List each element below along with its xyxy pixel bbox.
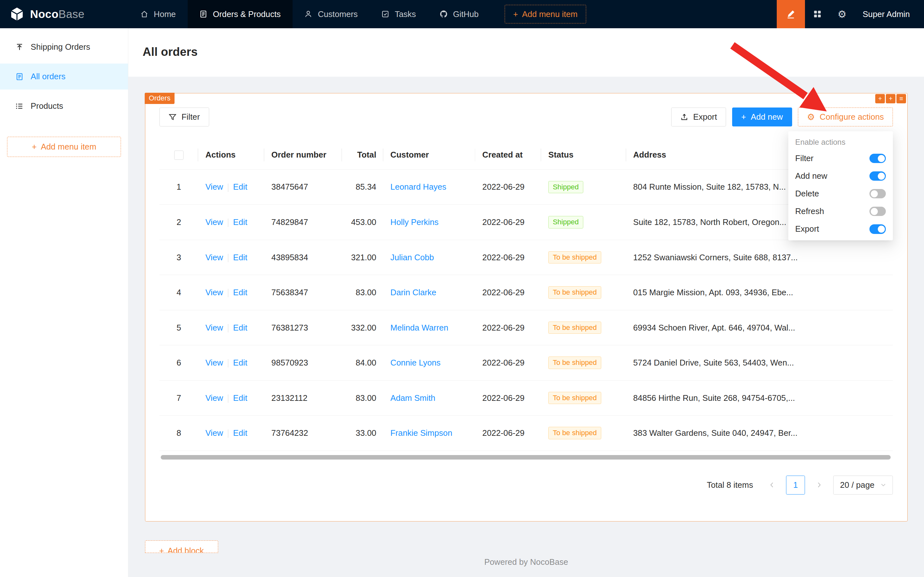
customer-cell: Darin Clarke (383, 275, 475, 310)
view-link[interactable]: View (205, 218, 223, 227)
sidebar-item-products[interactable]: Products (0, 93, 128, 119)
enable-action-label: Export (795, 224, 819, 234)
total-cell: 83.00 (342, 275, 383, 310)
filter-button[interactable]: Filter (159, 108, 209, 126)
scrollbar-thumb[interactable] (161, 455, 891, 460)
view-link[interactable]: View (205, 288, 223, 297)
edit-link[interactable]: Edit (233, 253, 247, 262)
view-link[interactable]: View (205, 358, 223, 367)
customer-link[interactable]: Julian Cobb (390, 253, 434, 262)
table-row-8: 8ViewEdit7376423233.00Frankie Simpson202… (159, 416, 893, 451)
status-badge: To be shipped (548, 356, 601, 369)
edit-link[interactable]: Edit (233, 218, 247, 227)
status-badge: Shipped (548, 216, 583, 229)
filter-button-label: Filter (182, 112, 200, 122)
nav-item-label: Customers (318, 10, 358, 19)
nav-item-label: GitHub (453, 10, 479, 19)
enable-action-item-delete[interactable]: Delete (788, 185, 893, 203)
add-new-button[interactable]: + Add new (732, 108, 792, 126)
customer-link[interactable]: Connie Lyons (390, 358, 441, 367)
created-at-cell: 2022-06-29 (475, 275, 541, 310)
status-cell: To be shipped (541, 380, 626, 416)
next-page-button[interactable] (810, 475, 829, 495)
enable-action-item-add-new[interactable]: Add new (788, 167, 893, 185)
created-at-cell: 2022-06-29 (475, 169, 541, 205)
edit-link[interactable]: Edit (233, 358, 247, 367)
table-row-7: 7ViewEdit2313211283.00Adam Smith2022-06-… (159, 380, 893, 416)
status-cell: To be shipped (541, 416, 626, 451)
total-cell: 453.00 (342, 205, 383, 240)
edit-link[interactable]: Edit (233, 323, 247, 332)
view-link[interactable]: View (205, 253, 223, 262)
page-size-select[interactable]: 20 / page (833, 475, 893, 495)
chevron-right-icon (816, 481, 823, 488)
view-link[interactable]: View (205, 429, 223, 437)
add-new-toggle-switch[interactable] (869, 171, 886, 181)
gear-icon: ⚙ (807, 113, 815, 122)
edit-link[interactable]: Edit (233, 182, 247, 191)
customer-link[interactable]: Frankie Simpson (390, 429, 452, 437)
nav-item-home[interactable]: Home (128, 0, 187, 28)
block-add-icon[interactable]: + (875, 94, 885, 103)
nav-item-label: Tasks (395, 10, 416, 19)
address-cell: 5724 Daniel Drive, Suite 563, 54403, Wen… (626, 345, 893, 380)
nav-item-customers[interactable]: Customers (293, 0, 370, 28)
status-badge: To be shipped (548, 392, 601, 405)
export-toggle-switch[interactable] (869, 224, 886, 234)
column-header-created-at: Created at (475, 140, 541, 169)
enable-action-item-export[interactable]: Export (788, 220, 893, 238)
configure-actions-button[interactable]: ⚙ Configure actions (798, 108, 893, 126)
nav-item-tasks[interactable]: Tasks (370, 0, 428, 28)
brand-logo[interactable]: NocoBase (0, 6, 128, 22)
sidebar-menu: Shipping OrdersAll ordersProducts (0, 34, 128, 119)
plugin-manager-button[interactable] (805, 0, 830, 28)
ui-editor-toggle-button[interactable] (777, 0, 805, 28)
block-initializer-icon[interactable]: + (886, 94, 895, 103)
plus-icon: + (741, 112, 746, 122)
customer-cell: Connie Lyons (383, 345, 475, 380)
select-all-checkbox[interactable] (174, 150, 184, 160)
enable-action-item-refresh[interactable]: Refresh (788, 203, 893, 220)
column-header-total: Total (342, 140, 383, 169)
edit-link[interactable]: Edit (233, 429, 247, 437)
page-number-button[interactable]: 1 (786, 475, 805, 495)
view-link[interactable]: View (205, 393, 223, 403)
nav-item-orders-products[interactable]: Orders & Products (188, 0, 293, 28)
topnav-add-menu-item-button[interactable]: + Add menu item (505, 5, 586, 24)
row-actions: ViewEdit (198, 205, 264, 240)
row-index: 7 (159, 380, 198, 416)
customer-link[interactable]: Holly Perkins (390, 218, 439, 227)
edit-link[interactable]: Edit (233, 288, 247, 297)
plus-icon: + (513, 10, 518, 19)
edit-link[interactable]: Edit (233, 393, 247, 403)
customer-link[interactable]: Leonard Hayes (390, 182, 446, 191)
row-actions: ViewEdit (198, 169, 264, 205)
sidebar-item-shipping-orders[interactable]: Shipping Orders (0, 34, 128, 60)
sidebar-add-menu-item-button[interactable]: + Add menu item (7, 137, 121, 156)
orders-icon (199, 10, 208, 18)
status-cell: Shipped (541, 205, 626, 240)
enable-actions-header: Enable actions (788, 134, 893, 150)
toolbar-right-actions: Export + Add new ⚙ Configure actions (671, 108, 893, 126)
customer-link[interactable]: Darin Clarke (390, 288, 436, 297)
orders-table: ActionsOrder numberTotalCustomerCreated … (159, 140, 893, 451)
sidebar-item-all-orders[interactable]: All orders (0, 64, 128, 90)
delete-toggle-switch[interactable] (869, 189, 886, 198)
nav-item-github[interactable]: GitHub (428, 0, 491, 28)
enable-action-item-filter[interactable]: Filter (788, 150, 893, 167)
horizontal-scrollbar[interactable] (159, 455, 893, 460)
view-link[interactable]: View (205, 323, 223, 332)
prev-page-button[interactable] (763, 475, 782, 495)
view-link[interactable]: View (205, 182, 223, 191)
user-menu[interactable]: Super Admin (855, 10, 924, 19)
customer-link[interactable]: Adam Smith (390, 393, 435, 403)
export-button[interactable]: Export (671, 108, 726, 126)
add-block-button[interactable]: + Add block (145, 540, 218, 553)
customer-link[interactable]: Melinda Warren (390, 323, 448, 332)
settings-button[interactable]: ⚙ (830, 0, 855, 28)
refresh-toggle-switch[interactable] (869, 207, 886, 216)
table-row-6: 6ViewEdit9857092384.00Connie Lyons2022-0… (159, 345, 893, 380)
action-divider (228, 395, 229, 403)
block-drag-handle-icon[interactable]: ≡ (897, 94, 906, 103)
filter-toggle-switch[interactable] (869, 154, 886, 163)
